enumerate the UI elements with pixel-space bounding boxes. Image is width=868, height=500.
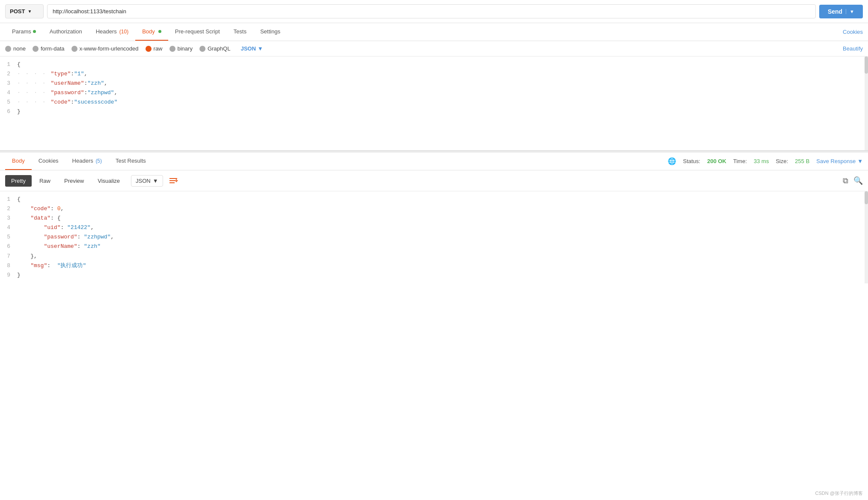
headers-label: Headers [96, 28, 117, 35]
tab-settings[interactable]: Settings [253, 23, 287, 41]
body-type-binary[interactable]: binary [169, 45, 193, 52]
status-value: 200 OK [707, 158, 726, 164]
formdata-radio [33, 46, 39, 52]
fmt-preview-button[interactable]: Preview [58, 175, 90, 187]
resp-line-8: 8 "msg": "执行成功" [0, 261, 868, 271]
resp-tab-testresults[interactable]: Test Results [109, 152, 153, 170]
binary-radio [169, 46, 175, 52]
resp-val-4: "21422" [67, 224, 91, 231]
resp-body-label: Body [12, 158, 25, 164]
cookies-link[interactable]: Cookies [843, 24, 863, 40]
body-type-graphql[interactable]: GraphQL [199, 45, 230, 52]
resp-content-9: } [17, 271, 868, 280]
req-val-2: "1" [74, 71, 84, 77]
indent-dots-5: · · · · [17, 99, 51, 105]
resp-key-3: "data" [30, 215, 51, 221]
time-value: 33 ms [754, 158, 769, 164]
resp-content-8: "msg": "执行成功" [17, 261, 868, 271]
tab-body[interactable]: Body [135, 23, 168, 41]
resp-content-6: "userName": "zzh" [17, 242, 868, 251]
urlencoded-label: x-www-form-urlencoded [80, 45, 139, 52]
resp-content-2: "code": 0, [17, 204, 868, 214]
method-selector[interactable]: POST ▼ [5, 4, 44, 18]
resp-linenum-4: 4 [0, 223, 17, 232]
response-icons: ⧉ 🔍 [843, 176, 863, 185]
req-content-5: · · · · "code":"sucessscode" [17, 98, 868, 107]
resp-key-4: "uid" [44, 224, 60, 231]
resp-headers-label: Headers [72, 158, 93, 164]
send-chevron-icon: ▼ [846, 9, 854, 14]
resp-line-3: 3 "data": { [0, 214, 868, 223]
resp-line-1: 1 { [0, 195, 868, 204]
save-response-chevron-icon: ▼ [857, 158, 863, 164]
time-label: Time: [733, 158, 747, 164]
resp-key-2: "code" [30, 205, 51, 212]
request-body-editor[interactable]: 1 { 2 · · · · "type":"1", 3 · · · · "use… [0, 57, 868, 151]
resp-key-6: "userName" [44, 243, 77, 250]
response-tabs: Body Cookies Headers (5) Test Results 🌐 … [0, 152, 868, 170]
req-scrollbar[interactable] [865, 57, 868, 150]
resp-line-5: 5 "password": "zzhpwd", [0, 232, 868, 242]
resp-tab-body[interactable]: Body [5, 152, 32, 170]
resp-json-selector[interactable]: JSON ▼ [131, 175, 163, 187]
tab-tests[interactable]: Tests [227, 23, 253, 41]
body-dot [158, 30, 161, 33]
response-body-editor[interactable]: 1 { 2 "code": 0, 3 "data": { 4 "uid": "2… [0, 191, 868, 283]
fmt-pretty-button[interactable]: Pretty [5, 175, 32, 187]
tab-headers[interactable]: Headers (10) [89, 23, 135, 41]
indent-dots-4: · · · · [17, 89, 51, 96]
req-content-3: · · · · "userName":"zzh", [17, 79, 868, 88]
req-line-3: 3 · · · · "userName":"zzh", [0, 79, 868, 88]
resp-tab-headers[interactable]: Headers (5) [65, 152, 109, 170]
url-input[interactable] [47, 4, 816, 18]
tab-authorization[interactable]: Authorization [43, 23, 89, 41]
fmt-visualize-button[interactable]: Visualize [92, 175, 126, 187]
body-type-urlencoded[interactable]: x-www-form-urlencoded [71, 45, 139, 52]
resp-scrollbar[interactable] [865, 191, 868, 283]
req-key-4: "password" [51, 89, 84, 96]
resp-tab-cookies[interactable]: Cookies [32, 152, 65, 170]
req-content-2: · · · · "type":"1", [17, 69, 868, 79]
req-line-6: 6 } [0, 107, 868, 116]
req-scrollbar-thumb [865, 57, 868, 74]
send-label: Send [828, 8, 842, 15]
resp-headers-badge: (5) [95, 158, 102, 164]
prerequest-label: Pre-request Script [175, 28, 220, 35]
body-type-raw[interactable]: raw [146, 45, 163, 52]
req-line-1: 1 { [0, 60, 868, 69]
resp-linenum-3: 3 [0, 214, 17, 223]
copy-icon[interactable]: ⧉ [843, 176, 848, 185]
none-label: none [13, 45, 26, 52]
fmt-preview-label: Preview [64, 178, 84, 184]
resp-line-4: 4 "uid": "21422", [0, 223, 868, 232]
beautify-button[interactable]: Beautify [843, 45, 863, 52]
fmt-raw-button[interactable]: Raw [33, 175, 56, 187]
resp-linenum-1: 1 [0, 195, 17, 204]
send-button[interactable]: Send ▼ [819, 5, 863, 18]
fmt-pretty-label: Pretty [11, 178, 26, 184]
resp-line-7: 7 }, [0, 252, 868, 261]
tab-params[interactable]: Params [5, 23, 43, 41]
body-type-formdata[interactable]: form-data [33, 45, 65, 52]
req-val-4: "zzhpwd" [87, 89, 114, 96]
json-format-selector[interactable]: JSON ▼ [241, 45, 263, 52]
tab-prerequest[interactable]: Pre-request Script [168, 23, 227, 41]
resp-linenum-7: 7 [0, 252, 17, 261]
req-val-3: "zzh" [87, 80, 104, 86]
size-value: 255 B [795, 158, 809, 164]
wrap-button[interactable] [166, 174, 180, 188]
settings-label: Settings [260, 28, 280, 35]
indent-dots-2: · · · · [17, 71, 51, 77]
resp-content-3: "data": { [17, 214, 868, 223]
fmt-visualize-label: Visualize [98, 178, 120, 184]
save-response-button[interactable]: Save Response ▼ [816, 158, 863, 164]
resp-content-1: { [17, 195, 868, 204]
formdata-label: form-data [41, 45, 65, 52]
req-key-3: "userName" [51, 80, 84, 86]
req-line-5: 5 · · · · "code":"sucessscode" [0, 98, 868, 107]
body-type-none[interactable]: none [5, 45, 26, 52]
req-linenum-3: 3 [0, 79, 17, 88]
response-status-area: 🌐 Status: 200 OK Time: 33 ms Size: 255 B… [668, 157, 863, 165]
binary-label: binary [178, 45, 193, 52]
search-icon[interactable]: 🔍 [853, 176, 863, 185]
